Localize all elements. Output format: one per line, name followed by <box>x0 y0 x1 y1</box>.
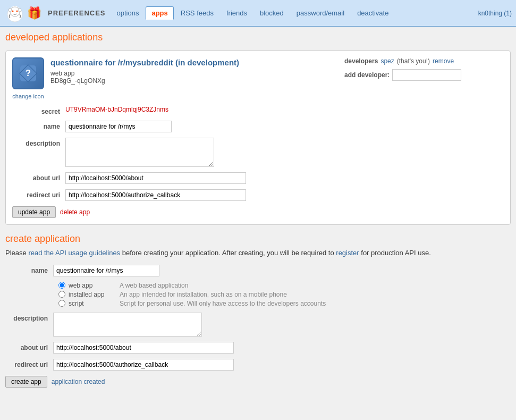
radio-web-app[interactable] <box>58 282 65 289</box>
add-developer-input[interactable] <box>392 69 461 81</box>
create-redirect-uri-label: redirect uri <box>5 359 53 368</box>
svg-point-8 <box>16 10 18 12</box>
add-developer-row: add developer: <box>344 69 504 81</box>
developer-name[interactable]: spez <box>380 57 394 65</box>
create-description: Please read the API usage guidelines bef… <box>5 248 511 258</box>
secret-label: secret <box>12 106 65 115</box>
tab-friends[interactable]: friends <box>221 6 253 20</box>
about-url-input[interactable] <box>65 172 246 184</box>
create-desc-middle: before creating your application. After … <box>122 249 278 257</box>
create-name-label: name <box>5 265 53 274</box>
create-redirect-uri-row: redirect uri <box>5 359 511 371</box>
tab-apps[interactable]: apps <box>146 6 173 20</box>
register-link[interactable]: register <box>336 249 359 257</box>
app-icon: ? <box>12 57 44 89</box>
card-actions: update app delete app <box>12 206 504 218</box>
create-actions: create app application created <box>5 376 511 388</box>
create-app-button[interactable]: create app <box>5 376 47 388</box>
svg-point-4 <box>10 7 20 16</box>
tab-deactivate[interactable]: deactivate <box>351 6 394 20</box>
create-desc-text: Please <box>5 249 27 257</box>
main-content: developed applications ? change icon que… <box>0 27 516 420</box>
reddit-logo-icon <box>4 3 26 24</box>
app-type: web app <box>50 70 295 77</box>
svg-point-7 <box>12 10 14 12</box>
add-developer-label: add developer: <box>344 71 390 79</box>
create-description-label: description <box>5 313 53 322</box>
remove-link[interactable]: remove <box>433 57 454 65</box>
gift-icon: 🎁 <box>27 6 41 20</box>
header: 🎁 PREFERENCES options apps RSS feeds fri… <box>0 0 516 27</box>
radio-script-label: script <box>69 300 116 307</box>
about-url-row: about url <box>12 172 504 184</box>
logo-area: 🎁 <box>4 3 41 24</box>
create-desc-will: will be required to <box>280 249 334 257</box>
about-url-label: about url <box>12 172 65 182</box>
create-description-row: description <box>5 313 511 337</box>
radio-web-app-desc: A web based application <box>120 282 188 289</box>
create-section: create application Please read the API u… <box>0 229 516 392</box>
radio-web-app-label: web app <box>69 282 116 289</box>
update-app-button[interactable]: update app <box>12 206 56 218</box>
app-card: ? change icon questionnaire for /r/mysub… <box>5 51 511 225</box>
app-meta: questionnaire for /r/mysubreddit (in dev… <box>50 57 295 85</box>
radio-installed-app-row: installed app An app intended for instal… <box>58 291 511 298</box>
secret-row: secret UT9VRmaOM-bJnDqmlqj9C3ZJnms <box>12 106 504 115</box>
svg-text:?: ? <box>26 68 31 78</box>
app-icon-svg: ? <box>19 64 38 83</box>
app-fields: secret UT9VRmaOM-bJnDqmlqj9C3ZJnms name … <box>12 106 504 218</box>
svg-point-5 <box>9 9 12 12</box>
radio-script[interactable] <box>58 300 65 307</box>
radio-installed-app-label: installed app <box>69 291 116 298</box>
redirect-uri-row: redirect uri <box>12 189 504 201</box>
create-name-row: name <box>5 265 511 276</box>
description-textarea[interactable] <box>65 138 214 167</box>
secret-value: UT9VRmaOM-bJnDqmlqj9C3ZJnms <box>65 106 504 113</box>
name-label: name <box>12 121 65 130</box>
name-row: name <box>12 121 504 132</box>
description-label: description <box>12 138 65 147</box>
change-icon-link[interactable]: change icon <box>12 93 44 99</box>
preferences-label: PREFERENCES <box>48 9 106 17</box>
create-form: name web app A web based application ins… <box>5 265 511 388</box>
create-about-url-label: about url <box>5 342 53 351</box>
page-title: developed applications <box>0 27 516 46</box>
delete-app-link[interactable]: delete app <box>60 208 90 216</box>
api-link[interactable]: read the API usage guidelines <box>28 249 120 257</box>
redirect-uri-input[interactable] <box>65 189 246 201</box>
thats-you-text: (that's you!) <box>397 57 430 65</box>
radio-installed-app-desc: An app intended for installation, such a… <box>120 291 287 298</box>
app-name-title: questionnaire for /r/mysubreddit (in dev… <box>50 57 295 68</box>
developers-label: developers <box>344 57 378 65</box>
nav-tabs: options apps RSS feeds friends blocked p… <box>111 6 478 20</box>
radio-installed-app[interactable] <box>58 291 65 298</box>
svg-point-6 <box>18 9 21 12</box>
create-description-textarea[interactable] <box>53 313 202 337</box>
radio-script-row: script Script for personal use. Will onl… <box>58 300 511 307</box>
create-desc-end: for production API use. <box>361 249 431 257</box>
radio-section: web app A web based application installe… <box>5 282 511 307</box>
create-name-input[interactable] <box>53 265 159 276</box>
description-row: description <box>12 138 504 167</box>
app-header: ? change icon questionnaire for /r/mysub… <box>12 57 504 99</box>
redirect-uri-label: redirect uri <box>12 189 65 199</box>
tab-blocked[interactable]: blocked <box>254 6 290 20</box>
radio-script-desc: Script for personal use. Will only have … <box>120 300 326 307</box>
radio-web-app-row: web app A web based application <box>58 282 511 289</box>
create-redirect-uri-input[interactable] <box>53 359 234 371</box>
app-icon-area: ? change icon <box>12 57 44 99</box>
tab-password-email[interactable]: password/email <box>291 6 350 20</box>
create-about-url-row: about url <box>5 342 511 354</box>
app-id: BD8gG_-qLgONXg <box>50 77 295 85</box>
status-text: application created <box>52 378 105 385</box>
name-input[interactable] <box>65 121 172 132</box>
tab-rss-feeds[interactable]: RSS feeds <box>175 6 219 20</box>
user-info[interactable]: kn0thing (1) <box>478 10 512 17</box>
create-about-url-input[interactable] <box>53 342 234 354</box>
create-section-title: create application <box>5 233 511 245</box>
app-developers: developers spez (that's you!) remove add… <box>344 57 504 81</box>
tab-options[interactable]: options <box>111 6 145 20</box>
